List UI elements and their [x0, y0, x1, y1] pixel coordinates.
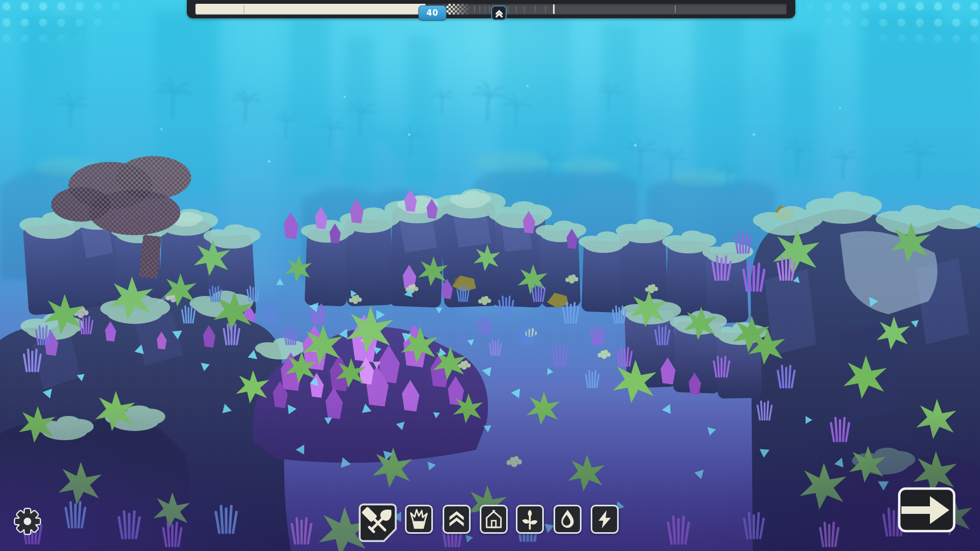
progress-fill [195, 4, 425, 15]
potted-plant-button[interactable] [405, 505, 433, 534]
house-icon [481, 507, 506, 532]
progress-tick [535, 5, 536, 13]
upgrade-button[interactable] [443, 505, 471, 534]
tools-button[interactable] [358, 503, 397, 542]
progress-value-badge: 40 [418, 5, 446, 20]
progress-goal-tick [553, 4, 555, 14]
progress-marker-button[interactable] [491, 5, 507, 20]
progress-track: 40 [195, 4, 787, 15]
progress-tick [508, 5, 509, 13]
progress-far-tick [675, 5, 676, 13]
lightning-bolt-icon [592, 507, 617, 532]
progress-tick [485, 5, 486, 13]
water-button[interactable] [554, 505, 582, 534]
progress-tick [489, 5, 490, 13]
progress-bar: 40 [187, 0, 795, 18]
sapling-icon [517, 507, 542, 532]
next-button[interactable] [898, 487, 956, 533]
progress-tick [545, 5, 546, 13]
energy-button[interactable] [591, 505, 619, 534]
scene-vignette [0, 0, 980, 551]
house-button[interactable] [480, 505, 508, 534]
progress-segment-divider [243, 5, 244, 13]
potted-plant-icon [407, 507, 431, 532]
game-screen: 40 [0, 0, 980, 551]
gear-icon [15, 509, 40, 534]
droplet-icon [555, 507, 580, 532]
sapling-button[interactable] [516, 505, 544, 534]
double-chevron-up-icon [444, 507, 469, 532]
progress-tick [516, 5, 517, 13]
double-chevron-up-icon [494, 8, 504, 18]
settings-button[interactable] [13, 507, 42, 536]
progress-tick [474, 5, 475, 13]
progress-dither [446, 4, 471, 15]
progress-tick [524, 5, 525, 13]
progress-tick [479, 5, 480, 13]
progress-value: 40 [426, 8, 438, 18]
